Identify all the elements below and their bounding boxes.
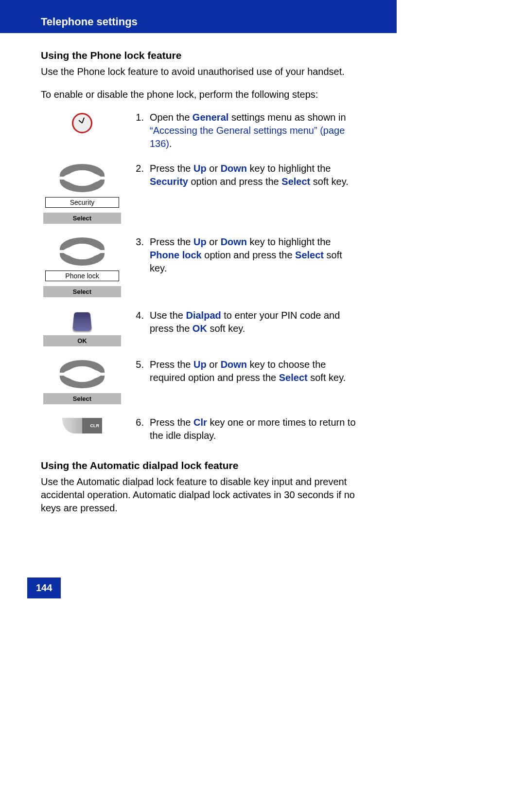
text-run: key to highlight the — [247, 163, 331, 174]
text-run: Press the — [150, 236, 193, 247]
arc-up-icon — [60, 164, 105, 177]
step-number: 3. — [133, 235, 144, 297]
keyword: Clr — [193, 417, 207, 428]
step-text: 4.Use the Dialpad to enter your PIN code… — [133, 309, 356, 346]
keyword: Select — [295, 250, 324, 260]
arc-down-icon — [60, 376, 105, 388]
step-text: 6.Press the Clr key one or more times to… — [133, 416, 356, 442]
page: Telephone settings Using the Phone lock … — [0, 0, 397, 632]
text-run: Press the — [150, 359, 193, 370]
text-run: Press the — [150, 163, 193, 174]
softkey-label: Select — [43, 286, 121, 297]
text-run: soft key. — [310, 176, 349, 187]
breadcrumb-title: Telephone settings — [41, 16, 138, 28]
menu-item-label: Security — [45, 197, 119, 208]
keyword: General — [192, 112, 228, 123]
text-run: or — [207, 236, 221, 247]
section-intro-2: Use the Automatic dialpad lock feature t… — [41, 475, 356, 515]
up-down-rocker-icon — [60, 360, 105, 388]
arc-up-icon — [60, 237, 105, 250]
keyword: OK — [192, 323, 207, 334]
section-heading-2: Using the Automatic dialpad lock feature — [41, 460, 356, 471]
keyword: Security — [150, 176, 188, 187]
step-illustration: SecuritySelect — [41, 162, 123, 224]
step-text: 3.Press the Up or Down key to highlight … — [133, 235, 356, 297]
arc-down-icon — [60, 253, 105, 266]
up-down-rocker-icon — [60, 237, 105, 266]
text-run: or — [207, 359, 221, 370]
step-illustration: Phone lockSelect — [41, 235, 123, 297]
softkey-label: OK — [43, 335, 121, 346]
keyword: Select — [281, 176, 310, 187]
section-heading: Using the Phone lock feature — [41, 50, 356, 61]
step-body: Press the Up or Down key to highlight th… — [150, 235, 356, 297]
text-run: Open the — [150, 112, 192, 123]
keyword: Up — [193, 236, 207, 247]
dialpad-icon — [72, 312, 92, 331]
keyword: Up — [193, 359, 207, 370]
step-body: Use the Dialpad to enter your PIN code a… — [150, 309, 356, 346]
keyword: Down — [221, 359, 247, 370]
step-number: 6. — [133, 416, 144, 442]
keyword: Select — [279, 372, 308, 383]
step-text: 2.Press the Up or Down key to highlight … — [133, 162, 356, 224]
step-body: Press the Up or Down key to choose the r… — [150, 358, 356, 404]
clr-key-icon: CLR — [62, 418, 102, 433]
step-body: Open the General settings menu as shown … — [150, 111, 356, 150]
section-intro: Use the Phone lock feature to avoid unau… — [41, 65, 356, 78]
arc-up-icon — [60, 360, 105, 373]
step-body: Press the Clr key one or more times to r… — [150, 416, 356, 442]
step-illustration: Select — [41, 358, 123, 404]
text-run: key to highlight the — [247, 236, 331, 247]
step-text: 1.Open the General settings menu as show… — [133, 111, 356, 150]
steps-list: 1.Open the General settings menu as show… — [41, 111, 356, 442]
softkey-label: Select — [43, 393, 121, 404]
text-run: settings menu as shown in — [228, 112, 346, 123]
text-run: option and press the — [188, 176, 281, 187]
cross-reference-link[interactable]: “Accessing the General settings menu” (p… — [150, 125, 345, 149]
text-run: Press the — [150, 417, 193, 428]
page-number: 144 — [27, 577, 61, 598]
text-run: Use the — [150, 310, 186, 321]
keyword: Down — [221, 163, 247, 174]
text-run: soft key. — [308, 372, 346, 383]
step-number: 1. — [133, 111, 144, 150]
clock-icon — [72, 113, 92, 133]
keyword: Dialpad — [186, 310, 221, 321]
breadcrumb-bar: Telephone settings — [0, 0, 397, 33]
step-illustration — [41, 111, 123, 150]
step-number: 5. — [133, 358, 144, 404]
keyword: Up — [193, 163, 207, 174]
step-text: 5.Press the Up or Down key to choose the… — [133, 358, 356, 404]
keyword: Phone lock — [150, 250, 202, 260]
text-run: or — [207, 163, 221, 174]
section-lead: To enable or disable the phone lock, per… — [41, 88, 356, 101]
keyword: Down — [221, 236, 247, 247]
text-run: soft key. — [207, 323, 245, 334]
step-number: 2. — [133, 162, 144, 224]
softkey-label: Select — [43, 213, 121, 224]
text-run: option and press the — [202, 250, 295, 260]
arc-down-icon — [60, 180, 105, 192]
step-illustration: OK — [41, 309, 123, 346]
page-content: Using the Phone lock feature Use the Pho… — [0, 50, 397, 515]
text-run: . — [169, 138, 172, 149]
up-down-rocker-icon — [60, 164, 105, 192]
step-number: 4. — [133, 309, 144, 346]
step-body: Press the Up or Down key to highlight th… — [150, 162, 356, 224]
menu-item-label: Phone lock — [45, 271, 119, 281]
step-illustration: CLR — [41, 416, 123, 442]
